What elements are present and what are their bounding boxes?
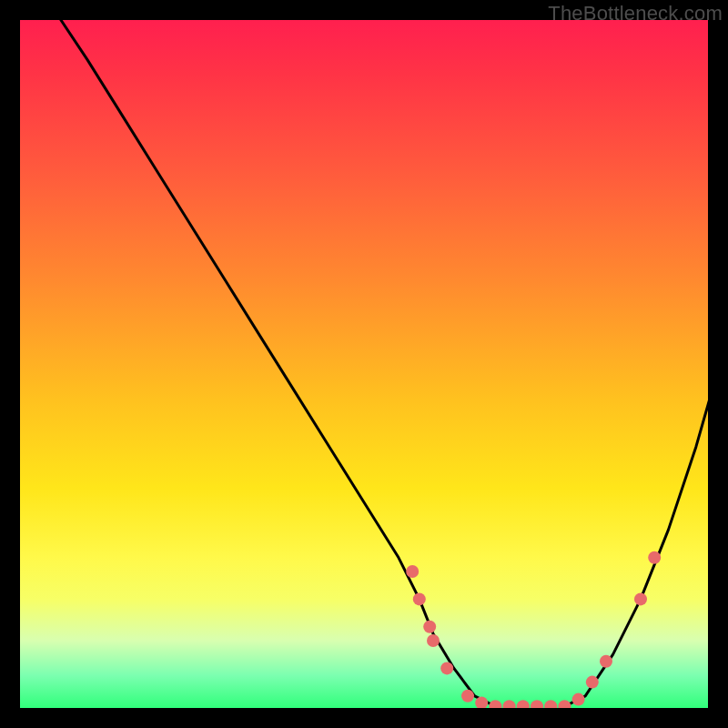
data-point-marker xyxy=(427,634,440,647)
plot-area xyxy=(18,18,710,710)
data-point-marker xyxy=(558,700,571,710)
data-point-marker xyxy=(517,700,530,710)
data-point-marker xyxy=(423,621,436,633)
data-point-marker xyxy=(406,565,419,578)
data-point-marker xyxy=(531,700,543,710)
data-point-marker xyxy=(544,700,557,710)
watermark-text: TheBottleneck.com xyxy=(548,2,723,25)
chart-frame xyxy=(18,18,710,710)
bottleneck-curve-path xyxy=(60,18,710,710)
data-point-marker xyxy=(440,662,453,674)
data-point-marker xyxy=(600,655,612,668)
data-point-marker xyxy=(634,592,647,605)
data-point-marker xyxy=(572,693,585,706)
data-point-marker xyxy=(461,690,474,703)
data-point-marker xyxy=(413,592,426,605)
data-point-marker xyxy=(503,700,516,710)
data-point-marker xyxy=(648,551,661,564)
bottleneck-curve-svg xyxy=(18,18,710,710)
data-point-marker xyxy=(586,676,599,689)
data-point-marker xyxy=(489,700,501,710)
data-point-marker xyxy=(475,696,488,709)
